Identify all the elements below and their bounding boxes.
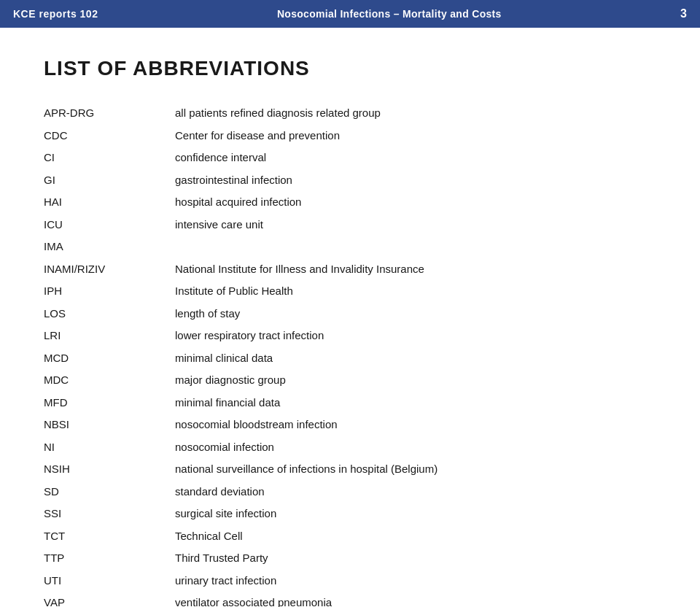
abbreviation-definition: gastrointestinal infection: [175, 169, 656, 192]
table-row: MDCmajor diagnostic group: [44, 369, 656, 392]
table-row: UTIurinary tract infection: [44, 570, 656, 592]
abbreviation-definition: confidence interval: [175, 147, 656, 169]
table-row: MFDminimal financial data: [44, 392, 656, 414]
abbreviation-definition: [175, 236, 656, 258]
abbreviation-definition: ventilator associated pneumonia: [175, 592, 656, 607]
abbreviation-definition: Institute of Public Health: [175, 280, 656, 303]
page-title: LIST OF ABBREVIATIONS: [44, 57, 656, 80]
abbreviation-term: LOS: [44, 303, 175, 325]
table-row: CIconfidence interval: [44, 147, 656, 169]
abbreviation-definition: lower respiratory tract infection: [175, 325, 656, 347]
abbreviations-table: APR-DRGall patients refined diagnosis re…: [44, 102, 656, 607]
abbreviation-definition: nosocomial bloodstream infection: [175, 414, 656, 436]
abbreviation-term: IPH: [44, 280, 175, 303]
table-row: IMA: [44, 236, 656, 258]
table-row: GIgastrointestinal infection: [44, 169, 656, 192]
table-row: INAMI/RIZIVNational Institute for Illnes…: [44, 258, 656, 281]
header-title: Nosocomial Infections – Mortality and Co…: [277, 8, 502, 20]
table-row: VAPventilator associated pneumonia: [44, 592, 656, 607]
header-page-number: 3: [680, 7, 687, 20]
table-row: NSIHnational surveillance of infections …: [44, 458, 656, 481]
table-row: SSIsurgical site infection: [44, 503, 656, 525]
abbreviation-term: APR-DRG: [44, 102, 175, 125]
abbreviation-term: MFD: [44, 392, 175, 414]
abbreviation-term: NI: [44, 436, 175, 459]
abbreviation-term: ICU: [44, 214, 175, 236]
table-row: LRIlower respiratory tract infection: [44, 325, 656, 347]
abbreviation-definition: length of stay: [175, 303, 656, 325]
abbreviation-term: INAMI/RIZIV: [44, 258, 175, 281]
abbreviation-definition: National Institute for Illness and Inval…: [175, 258, 656, 281]
table-row: SDstandard deviation: [44, 481, 656, 503]
abbreviation-definition: minimal financial data: [175, 392, 656, 414]
abbreviation-definition: minimal clinical data: [175, 347, 656, 370]
table-row: NBSInosocomial bloodstream infection: [44, 414, 656, 436]
table-row: TCTTechnical Cell: [44, 525, 656, 548]
abbreviation-definition: Center for disease and prevention: [175, 125, 656, 147]
abbreviation-definition: hospital acquired infection: [175, 191, 656, 214]
abbreviation-definition: Third Trusted Party: [175, 547, 656, 570]
abbreviation-term: CDC: [44, 125, 175, 147]
header-report-label: KCE reports 102: [13, 8, 98, 20]
abbreviation-term: LRI: [44, 325, 175, 347]
abbreviation-term: SD: [44, 481, 175, 503]
table-row: HAIhospital acquired infection: [44, 191, 656, 214]
table-row: ICUintensive care unit: [44, 214, 656, 236]
table-row: LOSlength of stay: [44, 303, 656, 325]
abbreviation-definition: national surveillance of infections in h…: [175, 458, 656, 481]
abbreviation-term: VAP: [44, 592, 175, 607]
table-row: MCDminimal clinical data: [44, 347, 656, 370]
abbreviation-term: MDC: [44, 369, 175, 392]
abbreviation-term: IMA: [44, 236, 175, 258]
abbreviation-definition: urinary tract infection: [175, 570, 656, 592]
table-row: IPHInstitute of Public Health: [44, 280, 656, 303]
abbreviation-definition: all patients refined diagnosis related g…: [175, 102, 656, 125]
header-bar: KCE reports 102 Nosocomial Infections – …: [0, 0, 700, 28]
abbreviation-definition: Technical Cell: [175, 525, 656, 548]
abbreviation-term: TCT: [44, 525, 175, 548]
abbreviation-definition: standard deviation: [175, 481, 656, 503]
abbreviation-term: UTI: [44, 570, 175, 592]
abbreviation-definition: intensive care unit: [175, 214, 656, 236]
abbreviation-definition: major diagnostic group: [175, 369, 656, 392]
table-row: TTPThird Trusted Party: [44, 547, 656, 570]
abbreviation-term: MCD: [44, 347, 175, 370]
abbreviation-term: SSI: [44, 503, 175, 525]
table-row: CDCCenter for disease and prevention: [44, 125, 656, 147]
table-row: APR-DRGall patients refined diagnosis re…: [44, 102, 656, 125]
abbreviation-definition: surgical site infection: [175, 503, 656, 525]
abbreviation-term: NSIH: [44, 458, 175, 481]
abbreviation-term: CI: [44, 147, 175, 169]
main-content: LIST OF ABBREVIATIONS APR-DRGall patient…: [0, 28, 700, 607]
abbreviation-term: GI: [44, 169, 175, 192]
abbreviation-term: NBSI: [44, 414, 175, 436]
table-row: NInosocomial infection: [44, 436, 656, 459]
abbreviation-term: HAI: [44, 191, 175, 214]
abbreviation-definition: nosocomial infection: [175, 436, 656, 459]
abbreviation-term: TTP: [44, 547, 175, 570]
